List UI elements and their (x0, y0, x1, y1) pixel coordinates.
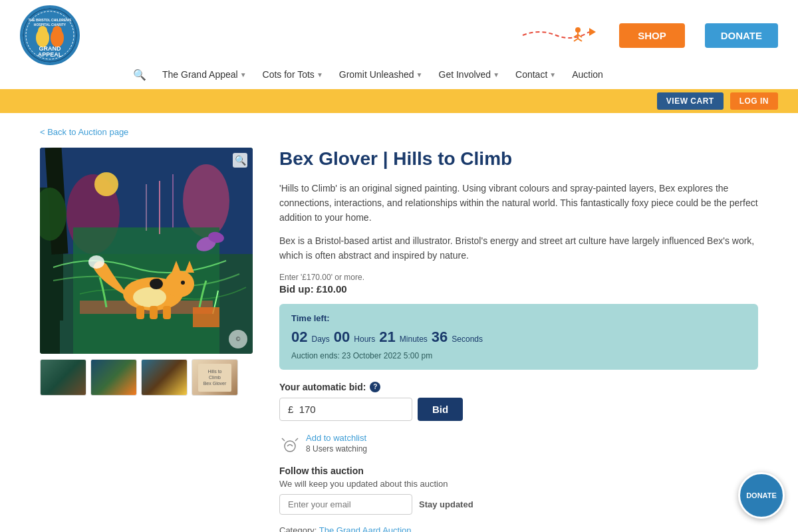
thumbnail-3[interactable] (141, 359, 188, 396)
nav-grand-appeal[interactable]: The Grand Appeal ▼ (156, 65, 253, 84)
svg-rect-34 (163, 306, 171, 319)
thumbnail-1[interactable] (40, 359, 86, 396)
bid-help-icon[interactable]: ? (370, 382, 380, 392)
timer-minutes: 21 (379, 329, 395, 346)
svg-point-7 (53, 26, 62, 35)
chevron-down-icon: ▼ (549, 71, 556, 78)
svg-rect-32 (136, 306, 144, 319)
watermark: © (229, 330, 247, 348)
svg-point-29 (181, 281, 185, 285)
follow-title: Follow this auction (279, 466, 758, 476)
add-to-watchlist-link[interactable]: Add to watchlist (306, 433, 367, 443)
product-area: 🔍 © Hills toClimbBex Glover Bex Glover |… (40, 148, 758, 532)
svg-rect-33 (150, 306, 158, 319)
donate-header-button[interactable]: DONATE (705, 23, 778, 48)
bid-input-row: Bid (279, 398, 758, 421)
svg-point-5 (38, 26, 47, 35)
thumbnail-4[interactable]: Hills toClimbBex Glover (192, 359, 238, 396)
chevron-down-icon: ▼ (416, 71, 423, 78)
watchlist-info: Add to watchlist 8 Users watching (306, 433, 367, 454)
watchlist-area: Add to watchlist 8 Users watching (279, 432, 758, 455)
chevron-down-icon: ▼ (240, 71, 247, 78)
nav-contact[interactable]: Contact ▼ (509, 65, 563, 84)
timer-box: Time left: 02 Days 00 Hours 21 Minutes 3… (279, 304, 758, 370)
logo-area: THE BRISTOL CHILDREN'S HOSPITAL CHARITY … (20, 5, 80, 65)
utility-bar: VIEW CART LOG IN (0, 89, 798, 113)
timer-values: 02 Days 00 Hours 21 Minutes 36 Seconds (291, 329, 746, 346)
watchlist-icon (279, 432, 301, 455)
svg-point-26 (165, 271, 194, 297)
bid-input[interactable] (279, 398, 412, 421)
chevron-down-icon: ▼ (493, 71, 499, 78)
thumbnail-strip: Hills toClimbBex Glover (40, 359, 253, 396)
painting-svg (40, 148, 253, 354)
bid-button[interactable]: Bid (418, 398, 463, 421)
follow-email-input[interactable] (279, 494, 412, 515)
bid-up-amount: Bid up: £10.00 (279, 283, 758, 295)
logo-svg: THE BRISTOL CHILDREN'S HOSPITAL CHARITY … (23, 8, 77, 63)
decorative-path (519, 25, 599, 45)
watchers-count: 8 Users watching (306, 444, 367, 454)
logo: THE BRISTOL CHILDREN'S HOSPITAL CHARITY … (20, 5, 80, 65)
back-link[interactable]: < Back to Auction page (40, 127, 128, 137)
timer-minutes-unit: Minutes (400, 334, 428, 344)
timer-seconds: 36 (432, 329, 448, 346)
svg-point-45 (285, 441, 295, 452)
follow-description: We will keep you updated about this auct… (279, 479, 758, 489)
navigation: 🔍 The Grand Appeal ▼ Cots for Tots ▼ Gro… (0, 65, 798, 89)
zoom-icon[interactable]: 🔍 (233, 153, 247, 168)
bid-label: Your automatic bid: ? (279, 382, 758, 392)
svg-point-36 (154, 279, 161, 285)
nav-gromit-unleashed[interactable]: Gromit Unleashed ▼ (332, 65, 430, 84)
chevron-down-icon: ▼ (317, 71, 323, 78)
product-info: Bex Glover | Hills to Climb 'Hills to Cl… (279, 148, 758, 532)
category-link[interactable]: The Grand Aard Auction (319, 525, 412, 532)
header: THE BRISTOL CHILDREN'S HOSPITAL CHARITY … (0, 0, 798, 65)
view-cart-button[interactable]: VIEW CART (657, 92, 724, 110)
timer-hours-unit: Hours (354, 334, 375, 344)
svg-text:THE BRISTOL CHILDREN'S: THE BRISTOL CHILDREN'S (29, 18, 72, 22)
thumbnail-2[interactable] (90, 359, 137, 396)
log-in-button[interactable]: LOG IN (730, 92, 778, 110)
svg-point-43 (94, 172, 118, 196)
timer-label: Time left: (291, 313, 746, 323)
svg-point-31 (88, 255, 104, 269)
donate-fixed-button[interactable]: DONATE (738, 472, 785, 519)
svg-rect-42 (193, 307, 219, 327)
category-meta: Category: The Grand Aard Auction (279, 525, 758, 532)
timer-hours: 00 (334, 329, 350, 346)
svg-line-46 (282, 438, 285, 441)
svg-point-11 (575, 27, 581, 33)
svg-marker-10 (589, 28, 596, 36)
main-content: < Back to Auction page (20, 113, 778, 532)
svg-point-30 (133, 287, 166, 307)
nav-cots-for-tots[interactable]: Cots for Tots ▼ (256, 65, 330, 84)
svg-line-47 (295, 438, 298, 441)
svg-text:APPEAL: APPEAL (38, 51, 63, 58)
timer-days: 02 (291, 329, 307, 346)
search-icon[interactable]: 🔍 (133, 68, 146, 81)
bid-instruction: Enter '£170.00' or more. (279, 273, 758, 282)
timer-days-unit: Days (311, 334, 329, 344)
bid-area: Your automatic bid: ? Bid (279, 382, 758, 421)
timer-seconds-unit: Seconds (452, 334, 483, 344)
auction-ends: Auction ends: 23 October 2022 5:00 pm (291, 351, 746, 360)
dashed-path-svg (519, 25, 599, 45)
svg-line-15 (574, 39, 578, 41)
stay-updated-button[interactable]: Stay updated (419, 499, 473, 509)
nav-auction[interactable]: Auction (565, 65, 610, 84)
svg-text:HOSPITAL CHARITY: HOSPITAL CHARITY (34, 23, 66, 27)
nav-get-involved[interactable]: Get Involved ▼ (432, 65, 507, 84)
gallery-area: 🔍 © Hills toClimbBex Glover (40, 148, 253, 396)
product-bio: Bex is a Bristol-based artist and illust… (279, 233, 758, 263)
follow-row: Stay updated (279, 494, 758, 515)
product-description: 'Hills to Climb' is an original signed p… (279, 181, 758, 225)
shop-button[interactable]: SHOP (619, 23, 685, 48)
svg-point-22 (183, 164, 229, 237)
main-product-image: 🔍 © (40, 148, 253, 354)
follow-section: Follow this auction We will keep you upd… (279, 466, 758, 515)
product-title: Bex Glover | Hills to Climb (279, 148, 758, 170)
svg-line-16 (578, 39, 582, 41)
